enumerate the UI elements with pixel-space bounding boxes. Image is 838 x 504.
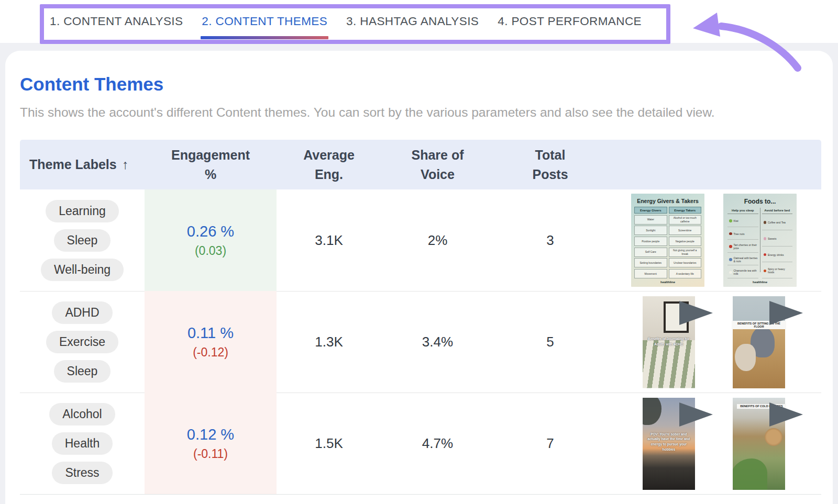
- theme-pill: ADHD: [52, 301, 112, 324]
- post-thumbnail[interactable]: BENEFITS OF COLD PLUNGES: [733, 398, 785, 490]
- theme-pill: Sleep: [54, 229, 111, 252]
- infographic-item: A sedentary life: [669, 269, 702, 278]
- share-arrow-icon: [679, 301, 713, 325]
- post-thumbnail[interactable]: POV: You're sober and actually have the …: [643, 398, 695, 490]
- theme-labels-cell: ADHD Exercise Sleep: [20, 291, 145, 393]
- page-subtitle: This shows the account's different Conte…: [20, 105, 715, 120]
- infographic-item: Energy drinks: [762, 248, 793, 262]
- infographic-item: Positive people: [634, 237, 667, 246]
- post-thumbnail[interactable]: BENEFITS OF SITTING ON THE FLOOR: [733, 296, 785, 388]
- infographic-item: Screentime: [669, 226, 702, 235]
- post-thumbnail[interactable]: Benefits of Journaling for Adults with A…: [643, 296, 695, 388]
- infographic-item: Sunlight: [634, 226, 667, 235]
- brand-logo-text: healthline: [634, 281, 701, 284]
- theme-labels-cell: Learning Sleep Well-being: [20, 189, 145, 291]
- infographic-column-header: Avoid before bed: [762, 208, 793, 214]
- tab-bar: 1. CONTENT ANALYSIS 2. CONTENT THEMES 3.…: [0, 0, 838, 43]
- average-eng-cell: 3.1K: [277, 189, 381, 291]
- infographic-item: Coffee and Tea: [762, 216, 793, 230]
- tab-post-performance[interactable]: 4. POST PERFORMANCE: [498, 0, 642, 43]
- infographic-item: Movement: [634, 269, 667, 278]
- share-arrow-icon: [769, 402, 803, 427]
- infographic-item: Alcohol or too much caffeine: [669, 215, 702, 225]
- theme-pill: Well-being: [41, 259, 124, 281]
- infographic-column: Avoid before bed Coffee and Tea Sweets E…: [761, 208, 794, 278]
- table-bottom-divider: [20, 494, 821, 495]
- content-card: Content Themes This shows the account's …: [5, 51, 833, 504]
- infographic-item: Chamomile tea with milk: [727, 267, 758, 278]
- table-row[interactable]: Alcohol Health Stress 0.12 % (-0.11) 1.5…: [20, 393, 821, 494]
- infographic-title: Energy Givers & Takers: [634, 198, 701, 204]
- theme-pill: Health: [52, 432, 113, 455]
- share-of-voice-cell: 2%: [381, 189, 494, 291]
- infographic-column: Help you sleep Kiwi Tree nuts Tart cherr…: [726, 208, 759, 278]
- engagement-delta: (-0.11): [193, 447, 228, 461]
- page-title: Content Themes: [20, 74, 163, 95]
- tab-content-themes[interactable]: 2. CONTENT THEMES: [202, 0, 327, 43]
- infographic-column-header: Energy Takers: [669, 207, 702, 214]
- engagement-delta: (0.03): [195, 244, 226, 258]
- engagement-value: 0.12 %: [187, 426, 234, 443]
- tab-hashtag-analysis[interactable]: 3. HASHTAG ANALYSIS: [346, 0, 479, 43]
- posts-preview-cell: POV: You're sober and actually have the …: [607, 393, 821, 494]
- content-themes-table: Theme Labels ↑ Engagement % Average Eng.…: [20, 140, 821, 495]
- infographic-item: Kiwi: [727, 216, 758, 227]
- engagement-value: 0.26 %: [187, 223, 234, 240]
- infographic-title: Foods to...: [726, 198, 793, 205]
- theme-pill: Learning: [46, 200, 119, 222]
- share-arrow-icon: [769, 301, 803, 325]
- engagement-cell: 0.12 % (-0.11): [145, 393, 277, 494]
- column-header-posts-preview: [607, 140, 821, 189]
- table-row[interactable]: Learning Sleep Well-being 0.26 % (0.03) …: [20, 189, 821, 291]
- brand-logo-text: healthline: [726, 281, 793, 284]
- infographic-item: Not giving yourself a break: [669, 248, 702, 257]
- infographic-column-header: Help you sleep: [727, 208, 758, 214]
- tabs: 1. CONTENT ANALYSIS 2. CONTENT THEMES 3.…: [0, 0, 838, 43]
- infographic-item: Negative people: [669, 237, 702, 246]
- share-of-voice-cell: 4.7%: [381, 393, 494, 494]
- column-label: Engagement %: [169, 145, 252, 184]
- share-of-voice-cell: 3.4%: [381, 291, 494, 393]
- column-header-total-posts[interactable]: Total Posts: [494, 140, 607, 189]
- column-label: Theme Labels: [29, 155, 117, 174]
- sort-ascending-icon: ↑: [122, 155, 129, 174]
- engagement-value: 0.11 %: [188, 324, 234, 342]
- video-caption: Benefits of Journaling for Adults with A…: [645, 337, 693, 347]
- infographic-item: Water: [634, 215, 667, 225]
- table-header-row: Theme Labels ↑ Engagement % Average Eng.…: [20, 140, 821, 189]
- engagement-delta: (-0.12): [193, 345, 228, 360]
- table-row[interactable]: ADHD Exercise Sleep 0.11 % (-0.12) 1.3K …: [20, 291, 821, 393]
- column-header-average-eng[interactable]: Average Eng.: [277, 140, 381, 189]
- infographic-item: Self Care: [634, 248, 667, 257]
- video-caption: POV: You're sober and actually have the …: [645, 432, 693, 452]
- total-posts-cell: 7: [494, 393, 607, 494]
- share-arrow-icon: [679, 402, 713, 427]
- total-posts-cell: 3: [494, 189, 607, 291]
- total-posts-cell: 5: [494, 291, 607, 393]
- infographic-column: Energy Givers Water Sunlight Positive pe…: [634, 207, 667, 278]
- infographic-column-header: Energy Givers: [634, 207, 667, 214]
- column-header-share-of-voice[interactable]: Share of Voice: [381, 140, 494, 189]
- infographic-columns: Energy Givers Water Sunlight Positive pe…: [634, 207, 701, 278]
- infographic-column: Energy Takers Alcohol or too much caffei…: [669, 207, 702, 278]
- column-label: Total Posts: [528, 145, 572, 184]
- infographic-item: Tart cherries or their juice: [727, 241, 758, 253]
- theme-pill: Stress: [52, 462, 112, 484]
- column-header-theme-labels[interactable]: Theme Labels ↑: [20, 140, 145, 189]
- infographic-columns: Help you sleep Kiwi Tree nuts Tart cherr…: [726, 208, 793, 278]
- theme-pill: Alcohol: [49, 403, 115, 425]
- column-header-engagement[interactable]: Engagement %: [145, 140, 277, 189]
- engagement-cell: 0.11 % (-0.12): [145, 291, 277, 393]
- infographic-item: Spicy or heavy foods: [762, 264, 793, 278]
- column-label: Average Eng.: [299, 145, 359, 184]
- infographic-item: Oatmeal with berries & nuts: [727, 254, 758, 265]
- post-thumbnail[interactable]: Foods to... Help you sleep Kiwi Tree nut…: [723, 194, 797, 287]
- infographic-item: Sweets: [762, 231, 793, 246]
- average-eng-cell: 1.3K: [277, 291, 381, 393]
- theme-pill: Sleep: [54, 360, 111, 383]
- posts-preview-cell: Energy Givers & Takers Energy Givers Wat…: [607, 189, 821, 291]
- tab-content-analysis[interactable]: 1. CONTENT ANALYSIS: [50, 0, 183, 43]
- post-thumbnail[interactable]: Energy Givers & Takers Energy Givers Wat…: [631, 194, 704, 287]
- infographic-item: Unclear boundaries: [669, 258, 702, 267]
- infographic-item: Tree nuts: [727, 228, 758, 240]
